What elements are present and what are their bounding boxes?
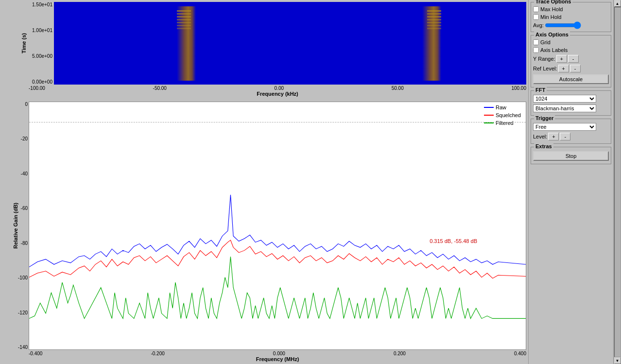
trigger-level-minus-button[interactable]: - [560,133,570,140]
fft-title: FFT [534,87,547,93]
spectrum-plot-area: 0 -20 -40 -60 -80 -100 -120 -140 Relativ… [2,102,526,362]
spectrogram-ylabel: Time (s) [2,2,29,85]
spectrum-xtick-0: -0.400 [29,351,42,356]
main-area: Time (s) 1.50e+01 1.00e+01 5.00e+00 0.00… [0,0,528,364]
max-hold-checkbox[interactable] [533,6,539,12]
scrollbar-up-button[interactable]: ▲ [614,0,621,7]
scrollbar-down-button[interactable]: ▼ [614,357,621,364]
extras-title: Extras [534,143,553,149]
spect-xtick-1: -50.00 [153,86,167,91]
filtered-trace [29,257,526,318]
spectrum-axes: 0 -20 -40 -60 -80 -100 -120 -140 Relativ… [2,102,526,350]
trace-options-title: Trace Options [534,0,572,4]
ref-level-row: Ref Level: + - [533,65,609,72]
max-hold-label: Max Hold [540,6,563,12]
ref-level-plus-button[interactable]: + [558,65,569,72]
min-hold-row: Min Hold [533,14,609,20]
spectrogram-xticks: -100.00 -50.00 0.00 50.00 100.00 [29,85,526,91]
scrollbar: ▲ ▼ [613,0,621,364]
spect-ytick-0: 1.50e+01 [32,2,52,7]
grid-checkbox[interactable] [533,39,539,45]
y-range-label: Y Range: [533,56,555,62]
spect-ytick-2: 5.00e+00 [32,53,52,59]
axis-labels-checkbox[interactable] [533,47,539,53]
axis-labels-row: Axis Labels [533,47,609,53]
trigger-mode-select[interactable]: Free Normal Auto [533,123,596,131]
spectrum-ytick-6: -120 [11,310,28,315]
autoscale-button[interactable]: Autoscale [533,74,609,84]
spect-harmonics-right [427,10,441,72]
spectrogram-xlabel: Frequency (kHz) [29,91,526,97]
spectrogram-yticks: 1.50e+01 1.00e+01 5.00e+00 0.00e+00 [29,2,54,85]
spectrum-xtick-1: -0.200 [151,351,164,356]
trigger-title: Trigger [534,115,555,121]
avg-row: Avg: [533,22,609,29]
spect-harmonics-left [177,10,191,72]
spectrum-ytick-2: -40 [11,171,28,176]
axis-options-group: Axis Options Grid Axis Labels Y Range: +… [531,35,611,87]
y-range-row: Y Range: + - [533,55,609,63]
spect-ytick-1: 1.00e+01 [32,28,52,33]
spectrogram-canvas [54,2,526,85]
spectrogram-ylabel-title: Time (s) [21,4,27,82]
ref-level-minus-button[interactable]: - [570,65,581,72]
spectrum-ytick-1: -20 [11,136,28,141]
spect-ytick-3: 0.00e+00 [32,79,52,85]
right-panel: Trace Options Max Hold Min Hold Avg: Axi… [528,0,613,364]
avg-slider[interactable] [545,22,581,29]
ref-level-label: Ref Level: [533,66,557,71]
scrollbar-track[interactable] [614,7,621,357]
trigger-level-label: Level: [533,134,547,139]
stop-button[interactable]: Stop [533,151,609,161]
extras-group: Extras Stop [531,147,611,164]
spectrum-ytick-0: 0 [11,102,28,107]
spectrum-ylabel-area: 0 -20 -40 -60 -80 -100 -120 -140 Relativ… [2,102,29,350]
y-range-minus-button[interactable]: - [568,55,579,63]
raw-trace [29,195,526,267]
spectrum-xtick-4: 0.400 [514,351,526,356]
spectrum-ytick-7: -140 [11,345,28,350]
spect-xtick-3: 50.00 [392,86,404,91]
fft-group: FFT 1024 512 256 2048 4096 Blackman-harr… [531,90,611,116]
min-hold-label: Min Hold [540,14,561,20]
fft-size-select[interactable]: 1024 512 256 2048 4096 [533,95,596,103]
spectrum-ylabel-title: Relative Gain (dB) [13,203,18,249]
max-hold-row: Max Hold [533,6,609,12]
spectrum-svg [29,102,526,349]
grid-label: Grid [540,39,551,45]
trace-options-group: Trace Options Max Hold Min Hold Avg: [531,2,611,32]
min-hold-checkbox[interactable] [533,14,539,20]
trigger-group: Trigger Free Normal Auto Level: + - [531,119,611,144]
axis-options-title: Axis Options [534,32,570,37]
spectrum-xtick-3: 0.200 [394,351,406,356]
trigger-level-row: Level: + - [533,133,609,140]
grid-row: Grid [533,39,609,45]
avg-label: Avg: [533,22,544,28]
squelched-trace [29,240,526,278]
fft-window-select[interactable]: Blackman-harris Hanning Hamming Rectangu… [533,104,596,112]
spectrum-plot[interactable]: Raw Squelched Filtered 0.315 dB, -55.48 … [29,102,526,350]
trigger-level-plus-button[interactable]: + [548,133,559,140]
y-range-plus-button[interactable]: + [556,55,567,63]
spectrum-xticks: -0.400 -0.200 0.000 0.200 0.400 [29,350,526,356]
spect-xtick-4: 100.00 [511,86,526,91]
spectrum-xtick-2: 0.000 [273,351,285,356]
axis-labels-label: Axis Labels [540,47,568,53]
spectrum-xlabel: Frequency (MHz) [29,356,526,362]
spect-xtick-0: -100.00 [29,86,45,91]
spectrogram-panel: Time (s) 1.50e+01 1.00e+01 5.00e+00 0.00… [0,0,528,100]
spect-xtick-2: 0.00 [275,86,284,91]
spectrum-ytick-5: -100 [11,275,28,280]
spectrum-panel: 0 -20 -40 -60 -80 -100 -120 -140 Relativ… [0,100,528,364]
